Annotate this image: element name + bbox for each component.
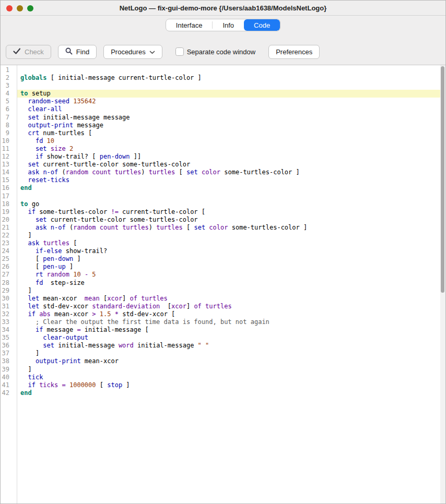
- tab-info-label: Info: [222, 21, 234, 29]
- code-line-18[interactable]: to go: [17, 200, 445, 208]
- line-number: 12: [1, 153, 17, 161]
- tab-segmented-control: Interface Info Code: [166, 19, 280, 31]
- line-number: 7: [1, 114, 17, 122]
- code-line-20[interactable]: set current-turtle-color some-turtles-co…: [17, 216, 445, 224]
- code-line-31[interactable]: let std-dev-xcor standard-deviation [xco…: [17, 303, 445, 310]
- line-number: 22: [1, 232, 17, 239]
- code-line-34[interactable]: if message = initial-message [: [17, 326, 445, 334]
- code-line-17[interactable]: [17, 193, 445, 200]
- code-line-3[interactable]: [17, 82, 445, 90]
- preferences-button-label: Preferences: [276, 48, 312, 56]
- window-title: NetLogo — fix-gui-demo-more {/Users/aab1…: [120, 4, 327, 12]
- code-line-37[interactable]: ]: [17, 350, 445, 357]
- line-number: 2: [1, 74, 17, 82]
- find-button[interactable]: Find: [58, 45, 97, 59]
- code-line-1[interactable]: [17, 66, 445, 74]
- check-button-label: Check: [25, 48, 44, 56]
- line-number: 24: [1, 247, 17, 255]
- code-line-24[interactable]: if-else show-trail?: [17, 247, 445, 255]
- tab-interface[interactable]: Interface: [166, 19, 213, 31]
- netlogo-window: NetLogo — fix-gui-demo-more {/Users/aab1…: [0, 0, 446, 504]
- line-number: 5: [1, 98, 17, 105]
- code-line-40[interactable]: tick: [17, 374, 445, 381]
- code-line-38[interactable]: output-print mean-xcor: [17, 357, 445, 365]
- line-number: 30: [1, 295, 17, 303]
- tab-code[interactable]: Code: [244, 19, 280, 31]
- code-line-13[interactable]: set current-turtle-color some-turtles-co…: [17, 161, 445, 169]
- code-line-15[interactable]: reset-ticks: [17, 176, 445, 184]
- find-button-label: Find: [76, 48, 89, 56]
- code-line-33[interactable]: ; Clear the output the first time data i…: [17, 318, 445, 326]
- traffic-lights: [6, 1, 33, 16]
- check-button[interactable]: Check: [6, 45, 51, 59]
- code-line-32[interactable]: if abs mean-xcor > 1.5 * std-dev-xcor [: [17, 310, 445, 318]
- code-line-4[interactable]: to setup: [17, 90, 445, 98]
- line-number: 33: [1, 318, 17, 326]
- line-number: 19: [1, 208, 17, 216]
- checkmark-icon: [13, 48, 21, 56]
- code-line-14[interactable]: ask n-of (random count turtles) turtles …: [17, 169, 445, 176]
- code-editor[interactable]: 1234567891011121314151617181920212223242…: [1, 65, 445, 503]
- code-line-19[interactable]: if some-turtles-color != current-turtle-…: [17, 208, 445, 216]
- code-line-2[interactable]: globals [ initial-message current-turtle…: [17, 74, 445, 82]
- separate-code-window-group: Separate code window: [175, 47, 256, 56]
- line-number: 35: [1, 334, 17, 342]
- code-line-12[interactable]: if show-trail? [ pen-down ]]: [17, 153, 445, 161]
- code-line-6[interactable]: clear-all: [17, 105, 445, 113]
- line-number: 25: [1, 255, 17, 263]
- zoom-button[interactable]: [27, 5, 33, 11]
- code-line-42[interactable]: end: [17, 389, 445, 397]
- line-number: 16: [1, 184, 17, 192]
- tab-interface-label: Interface: [176, 21, 203, 29]
- line-number: 8: [1, 122, 17, 129]
- code-line-39[interactable]: ]: [17, 366, 445, 374]
- code-lines[interactable]: globals [ initial-message current-turtle…: [17, 65, 445, 503]
- code-line-10[interactable]: fd 10: [17, 137, 445, 145]
- code-toolbar: Check Find Procedures Separate code wind…: [1, 34, 445, 65]
- tab-info[interactable]: Info: [213, 19, 244, 31]
- line-number: 20: [1, 216, 17, 224]
- line-number: 4: [1, 90, 17, 98]
- procedures-dropdown-label: Procedures: [111, 48, 145, 56]
- tab-code-label: Code: [254, 21, 270, 29]
- code-line-16[interactable]: end: [17, 184, 445, 192]
- code-line-27[interactable]: rt random 10 - 5: [17, 271, 445, 279]
- title-bar: NetLogo — fix-gui-demo-more {/Users/aab1…: [1, 1, 445, 16]
- vertical-scrollbar[interactable]: [440, 65, 445, 503]
- code-line-29[interactable]: ]: [17, 287, 445, 295]
- code-line-21[interactable]: ask n-of (random count turtles) turtles …: [17, 224, 445, 232]
- separate-code-window-checkbox[interactable]: [175, 47, 184, 56]
- code-line-28[interactable]: fd step-size: [17, 279, 445, 287]
- line-number: 31: [1, 303, 17, 310]
- line-number: 32: [1, 310, 17, 318]
- preferences-button[interactable]: Preferences: [268, 45, 320, 59]
- line-number: 13: [1, 161, 17, 169]
- code-line-8[interactable]: output-print message: [17, 122, 445, 129]
- line-number: 1: [1, 66, 17, 74]
- code-line-23[interactable]: ask turtles [: [17, 239, 445, 247]
- code-line-30[interactable]: let mean-xcor mean [xcor] of turtles: [17, 295, 445, 303]
- code-line-41[interactable]: if ticks = 1000000 [ stop ]: [17, 381, 445, 389]
- line-number: 37: [1, 350, 17, 357]
- line-number-gutter: 1234567891011121314151617181920212223242…: [1, 65, 17, 503]
- line-number: 9: [1, 129, 17, 137]
- code-line-35[interactable]: clear-output: [17, 334, 445, 342]
- code-line-11[interactable]: set size 2: [17, 145, 445, 153]
- separate-code-window-label: Separate code window: [187, 48, 256, 56]
- vertical-scrollbar-thumb[interactable]: [441, 66, 444, 293]
- code-line-22[interactable]: ]: [17, 232, 445, 239]
- procedures-dropdown[interactable]: Procedures: [103, 45, 162, 59]
- code-line-25[interactable]: [ pen-down ]: [17, 255, 445, 263]
- code-line-36[interactable]: set initial-message word initial-message…: [17, 342, 445, 350]
- line-number: 3: [1, 82, 17, 90]
- minimize-button[interactable]: [17, 5, 23, 11]
- line-number: 29: [1, 287, 17, 295]
- close-button[interactable]: [6, 5, 13, 11]
- code-line-9[interactable]: crt num-turtles [: [17, 129, 445, 137]
- line-number: 10: [1, 137, 17, 145]
- code-line-26[interactable]: [ pen-up ]: [17, 263, 445, 271]
- code-line-7[interactable]: set initial-message message: [17, 114, 445, 122]
- line-number: 42: [1, 389, 17, 397]
- code-line-5[interactable]: random-seed 135642: [17, 98, 445, 105]
- line-number: 27: [1, 271, 17, 279]
